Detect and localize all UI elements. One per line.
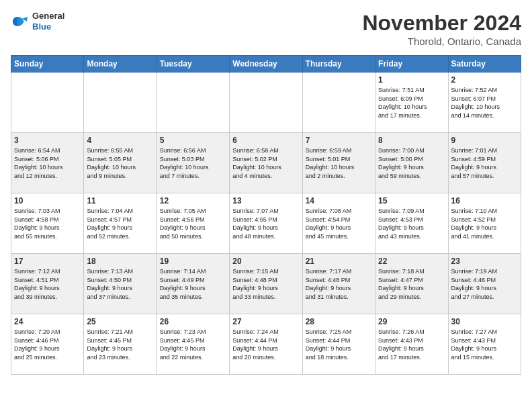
day-number: 20 <box>232 257 299 266</box>
day-number: 21 <box>306 257 372 266</box>
day-number: 18 <box>87 257 153 266</box>
day-info: Sunrise: 7:27 AM Sunset: 4:43 PM Dayligh… <box>451 328 518 361</box>
day-info: Sunrise: 7:52 AM Sunset: 6:07 PM Dayligh… <box>451 86 518 120</box>
calendar-cell: 9Sunrise: 7:01 AM Sunset: 4:59 PM Daylig… <box>448 133 521 193</box>
day-info: Sunrise: 7:24 AM Sunset: 4:44 PM Dayligh… <box>232 328 299 361</box>
day-info: Sunrise: 7:51 AM Sunset: 6:09 PM Dayligh… <box>378 86 445 120</box>
day-number: 19 <box>160 257 226 266</box>
page-header: General Blue November 2024 Thorold, Onta… <box>11 11 521 47</box>
day-info: Sunrise: 7:09 AM Sunset: 4:53 PM Dayligh… <box>378 207 445 240</box>
day-number: 8 <box>378 136 445 145</box>
logo-general: General <box>32 11 64 21</box>
day-number: 7 <box>306 136 372 145</box>
day-number: 24 <box>14 317 81 326</box>
calendar-cell <box>11 73 84 133</box>
day-number: 13 <box>232 196 299 205</box>
day-info: Sunrise: 7:10 AM Sunset: 4:52 PM Dayligh… <box>451 207 518 240</box>
header-thursday: Thursday <box>302 56 375 73</box>
calendar-cell: 16Sunrise: 7:10 AM Sunset: 4:52 PM Dayli… <box>448 193 521 254</box>
day-info: Sunrise: 7:13 AM Sunset: 4:50 PM Dayligh… <box>87 267 153 301</box>
day-info: Sunrise: 7:25 AM Sunset: 4:44 PM Dayligh… <box>306 328 372 361</box>
day-number: 2 <box>451 75 518 85</box>
week-row-2: 10Sunrise: 7:03 AM Sunset: 4:58 PM Dayli… <box>11 193 521 254</box>
calendar-cell: 22Sunrise: 7:18 AM Sunset: 4:47 PM Dayli… <box>375 254 448 314</box>
calendar-cell: 3Sunrise: 6:54 AM Sunset: 5:06 PM Daylig… <box>11 133 84 193</box>
day-number: 29 <box>378 317 445 326</box>
logo-text: General Blue <box>32 11 64 32</box>
day-info: Sunrise: 7:19 AM Sunset: 4:46 PM Dayligh… <box>451 267 518 301</box>
day-number: 12 <box>160 196 226 205</box>
day-info: Sunrise: 7:21 AM Sunset: 4:45 PM Dayligh… <box>87 328 153 361</box>
day-number: 27 <box>232 317 299 326</box>
calendar-cell: 6Sunrise: 6:58 AM Sunset: 5:02 PM Daylig… <box>230 133 302 193</box>
day-info: Sunrise: 7:17 AM Sunset: 4:48 PM Dayligh… <box>306 267 372 301</box>
day-number: 25 <box>87 317 153 326</box>
day-number: 11 <box>87 196 153 205</box>
calendar-cell: 13Sunrise: 7:07 AM Sunset: 4:55 PM Dayli… <box>230 193 302 254</box>
day-number: 5 <box>160 136 226 145</box>
day-info: Sunrise: 7:26 AM Sunset: 4:43 PM Dayligh… <box>378 328 445 361</box>
calendar-cell: 5Sunrise: 6:56 AM Sunset: 5:03 PM Daylig… <box>157 133 229 193</box>
calendar-cell: 12Sunrise: 7:05 AM Sunset: 4:56 PM Dayli… <box>157 193 229 254</box>
day-info: Sunrise: 7:15 AM Sunset: 4:48 PM Dayligh… <box>232 267 299 301</box>
day-info: Sunrise: 6:59 AM Sunset: 5:01 PM Dayligh… <box>306 146 372 180</box>
header-tuesday: Tuesday <box>157 56 229 73</box>
calendar-cell: 29Sunrise: 7:26 AM Sunset: 4:43 PM Dayli… <box>375 314 448 375</box>
calendar-cell: 1Sunrise: 7:51 AM Sunset: 6:09 PM Daylig… <box>375 73 448 133</box>
day-number: 15 <box>378 196 445 205</box>
day-number: 14 <box>306 196 372 205</box>
header-wednesday: Wednesday <box>230 56 302 73</box>
logo-icon <box>11 12 30 31</box>
calendar-cell: 25Sunrise: 7:21 AM Sunset: 4:45 PM Dayli… <box>84 314 157 375</box>
day-number: 22 <box>378 257 445 266</box>
day-info: Sunrise: 6:55 AM Sunset: 5:05 PM Dayligh… <box>87 146 153 180</box>
calendar-cell: 2Sunrise: 7:52 AM Sunset: 6:07 PM Daylig… <box>448 73 521 133</box>
calendar-body: 1Sunrise: 7:51 AM Sunset: 6:09 PM Daylig… <box>11 73 521 375</box>
day-info: Sunrise: 7:23 AM Sunset: 4:45 PM Dayligh… <box>160 328 226 361</box>
day-info: Sunrise: 6:54 AM Sunset: 5:06 PM Dayligh… <box>14 146 81 180</box>
day-info: Sunrise: 7:20 AM Sunset: 4:46 PM Dayligh… <box>14 328 81 361</box>
day-number: 1 <box>378 75 445 85</box>
calendar-cell <box>84 73 157 133</box>
header-monday: Monday <box>84 56 157 73</box>
week-row-4: 24Sunrise: 7:20 AM Sunset: 4:46 PM Dayli… <box>11 314 521 375</box>
logo: General Blue <box>11 11 64 32</box>
calendar-cell <box>302 73 375 133</box>
calendar-cell: 18Sunrise: 7:13 AM Sunset: 4:50 PM Dayli… <box>84 254 157 314</box>
calendar-cell <box>230 73 302 133</box>
calendar-cell: 4Sunrise: 6:55 AM Sunset: 5:05 PM Daylig… <box>84 133 157 193</box>
day-number: 23 <box>451 257 518 266</box>
header-friday: Friday <box>375 56 448 73</box>
week-row-0: 1Sunrise: 7:51 AM Sunset: 6:09 PM Daylig… <box>11 73 521 133</box>
day-info: Sunrise: 7:00 AM Sunset: 5:00 PM Dayligh… <box>378 146 445 180</box>
calendar-table: SundayMondayTuesdayWednesdayThursdayFrid… <box>11 55 521 375</box>
day-number: 6 <box>232 136 299 145</box>
calendar-cell: 10Sunrise: 7:03 AM Sunset: 4:58 PM Dayli… <box>11 193 84 254</box>
day-info: Sunrise: 6:58 AM Sunset: 5:02 PM Dayligh… <box>232 146 299 180</box>
day-number: 17 <box>14 257 81 266</box>
day-info: Sunrise: 6:56 AM Sunset: 5:03 PM Dayligh… <box>160 146 226 180</box>
day-info: Sunrise: 7:04 AM Sunset: 4:57 PM Dayligh… <box>87 207 153 240</box>
calendar-cell: 21Sunrise: 7:17 AM Sunset: 4:48 PM Dayli… <box>302 254 375 314</box>
calendar-cell: 30Sunrise: 7:27 AM Sunset: 4:43 PM Dayli… <box>448 314 521 375</box>
header-row: SundayMondayTuesdayWednesdayThursdayFrid… <box>11 56 521 73</box>
header-saturday: Saturday <box>448 56 521 73</box>
day-number: 4 <box>87 136 153 145</box>
logo-blue: Blue <box>32 21 64 32</box>
day-number: 26 <box>160 317 226 326</box>
calendar-cell: 28Sunrise: 7:25 AM Sunset: 4:44 PM Dayli… <box>302 314 375 375</box>
calendar-cell: 15Sunrise: 7:09 AM Sunset: 4:53 PM Dayli… <box>375 193 448 254</box>
day-number: 3 <box>14 136 81 145</box>
day-info: Sunrise: 7:12 AM Sunset: 4:51 PM Dayligh… <box>14 267 81 301</box>
calendar-cell: 7Sunrise: 6:59 AM Sunset: 5:01 PM Daylig… <box>302 133 375 193</box>
calendar-cell: 11Sunrise: 7:04 AM Sunset: 4:57 PM Dayli… <box>84 193 157 254</box>
day-info: Sunrise: 7:14 AM Sunset: 4:49 PM Dayligh… <box>160 267 226 301</box>
calendar-cell: 19Sunrise: 7:14 AM Sunset: 4:49 PM Dayli… <box>157 254 229 314</box>
day-info: Sunrise: 7:07 AM Sunset: 4:55 PM Dayligh… <box>232 207 299 240</box>
day-info: Sunrise: 7:18 AM Sunset: 4:47 PM Dayligh… <box>378 267 445 301</box>
calendar-cell: 26Sunrise: 7:23 AM Sunset: 4:45 PM Dayli… <box>157 314 229 375</box>
week-row-1: 3Sunrise: 6:54 AM Sunset: 5:06 PM Daylig… <box>11 133 521 193</box>
header-sunday: Sunday <box>11 56 84 73</box>
calendar-cell: 23Sunrise: 7:19 AM Sunset: 4:46 PM Dayli… <box>448 254 521 314</box>
day-number: 30 <box>451 317 518 326</box>
